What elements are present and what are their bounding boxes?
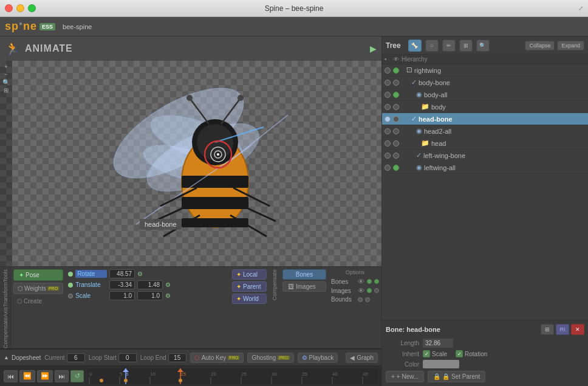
local-button[interactable]: ✦ Local [232,269,267,280]
close-button[interactable] [5,4,13,12]
expand-button[interactable]: Expand [557,41,584,50]
skip-end-button[interactable]: ⏭ [55,370,69,382]
rotation-checkbox[interactable]: ✓ Rotation [456,350,487,357]
loop-button[interactable]: ↺ [70,370,84,382]
tree-row[interactable]: ◉ body-all [382,89,588,101]
opt-bones-dot1[interactable] [367,279,372,284]
rotate-label[interactable]: Rotate [75,270,107,278]
loop-start-input[interactable] [118,353,137,362]
color-swatch[interactable] [423,360,459,368]
world-icon: ✦ [236,295,241,302]
tree-row[interactable]: ✓ left-wing-bone [382,150,588,162]
tree-edit-filter[interactable]: ✏ [442,40,456,52]
opt-images-dot1[interactable] [367,288,372,293]
create-icon: ⬡ [17,298,22,305]
step-forward-button[interactable]: ⏩ [37,370,53,382]
row-dot [385,104,391,110]
frame-icon[interactable]: ⊞ [4,87,9,94]
bone-copy-button[interactable]: ⊞ [541,324,554,335]
opt-bones-eye-icon[interactable]: 👁 [358,278,364,285]
row-vis-dot [393,116,399,122]
step-back-button[interactable]: ⏪ [19,370,35,382]
ghosting-button[interactable]: Ghosting PRO [247,353,293,363]
tree-row[interactable]: ◉ leftwing-all [382,162,588,174]
opt-images-eye-icon[interactable]: 👁 [358,287,364,294]
collapse-button[interactable]: Collapse [525,41,555,50]
pose-button[interactable]: ✦ Pose [13,269,63,281]
bone-delete-button[interactable]: ✕ [571,324,584,335]
minimize-button[interactable] [16,4,24,12]
opt-bounds-dot2[interactable] [365,297,370,302]
folder-icon: 📁 [421,103,429,111]
skip-start-button[interactable]: ⏮ [4,370,18,382]
tree-row[interactable]: ✓ body-bone [382,77,588,89]
radio-icon: ◉ [416,164,422,171]
row-dot [385,153,391,159]
transform-section: Rotate ⚙ Translate ⚙ Scale ⚙ [66,267,230,348]
world-button[interactable]: ✦ World [232,294,267,304]
dopesheet-label[interactable]: ▲ Dopesheet [4,354,41,361]
row-name: rightwing [414,67,441,74]
zoom-in-icon[interactable]: + [4,63,8,70]
tree-row-selected[interactable]: ✓ head-bone [382,113,588,125]
svg-text:35: 35 [302,371,307,377]
zoom-out-icon[interactable]: − [4,71,8,78]
autokey-button[interactable]: ⬡ Auto Key PRO [190,353,244,363]
spine-logo: sp●ne [5,20,37,33]
timeline-container: ▲ Dopesheet Current Loop Start Loop End … [0,348,381,386]
playback-button[interactable]: ⚙ Playback [298,353,338,363]
row-dot [385,80,391,86]
tree-row[interactable]: ◉ head2-all [382,125,588,137]
bones-button[interactable]: Bones [282,269,326,280]
weights-button[interactable]: ⬡ Weights PRO [13,283,63,294]
translate-label[interactable]: Translate [75,281,107,288]
magnify-icon[interactable]: 🔍 [2,79,10,86]
scale-checkbox[interactable]: ✓ Scale [423,350,447,357]
opt-images-dot2[interactable] [374,288,379,293]
folder-icon: 📁 [421,139,429,147]
graph-button[interactable]: ◀ Graph [346,353,378,363]
edition-badge: ESS [39,23,55,30]
row-vis-dot [393,153,399,159]
tree-row[interactable]: 📁 body [382,101,588,113]
tree-row[interactable]: 📁 head [382,137,588,150]
tree-search-filter[interactable]: 🔍 [476,40,490,52]
tree-row[interactable]: ⚀ rightwing [382,64,588,77]
translate-x-value[interactable] [109,280,135,289]
tree-circle-filter[interactable]: ○ [425,40,439,52]
set-parent-button[interactable]: 🔒 🔒 Set Parent [428,371,485,382]
tree-frame-filter[interactable]: ⊞ [459,40,473,52]
svg-point-13 [238,95,244,101]
create-button[interactable]: ⬡ Create [13,296,63,306]
rotation-check-icon: ✓ [456,350,463,357]
tools-label: Tools [2,269,9,282]
pro-badge: PRO [47,286,59,291]
svg-point-20 [217,153,219,156]
translate-y-value[interactable] [137,280,163,289]
bone-reset-button[interactable]: RI [556,324,569,335]
scale-label[interactable]: Scale [75,292,107,299]
maximize-button[interactable] [28,4,36,12]
scale-dot [68,294,73,298]
opt-bounds-dot1[interactable] [358,297,363,302]
rotate-value[interactable] [109,269,135,278]
row-vis-dot [393,104,399,110]
timeline-ruler[interactable]: 0 5 6 10 15 20 [88,368,378,384]
parent-button[interactable]: ✦ Parent [232,281,267,292]
radio-icon: ◉ [416,91,422,98]
scale-y-value[interactable] [137,291,163,300]
current-input[interactable] [67,353,85,362]
opt-bones-dot2[interactable] [374,279,379,284]
svg-text:10: 10 [150,371,156,377]
tree-bone-filter[interactable]: 🦴 [408,40,422,52]
new-button[interactable]: + + New... [386,371,424,382]
scale-x-value[interactable] [109,291,135,300]
row-dot [385,92,391,98]
play-button[interactable]: ▶ [370,44,377,53]
images-button[interactable]: 🖼 Images [282,281,326,292]
loop-end-input[interactable] [168,353,186,362]
tree-content: ⚀ rightwing ✓ body-bone ◉ body-all 📁 bod… [382,64,588,320]
bone-icon: ✓ [411,78,417,86]
canvas-area[interactable]: + − 🔍 ⊞ [0,61,381,266]
rotate-row: Rotate ⚙ [68,269,227,278]
